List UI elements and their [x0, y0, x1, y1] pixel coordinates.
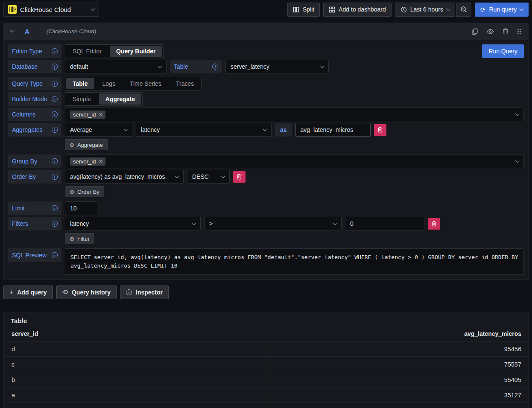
query-type-option-traces[interactable]: Traces — [170, 78, 200, 89]
remove-tag-icon[interactable]: ✕ — [99, 159, 102, 164]
info-icon[interactable]: i — [52, 81, 58, 87]
info-icon[interactable]: i — [52, 158, 58, 164]
info-icon[interactable]: i — [52, 111, 58, 117]
query-type-toggle: Table Logs Time Series Traces — [65, 77, 202, 90]
remove-query-trash-icon[interactable] — [503, 28, 509, 35]
inspector-button[interactable]: i Inspector — [120, 286, 169, 299]
database-label: Database i — [8, 60, 61, 73]
builder-mode-toggle: Simple Aggregate — [65, 92, 143, 106]
aggregate-column-select[interactable]: latency — [136, 123, 272, 137]
column-tag: server_id ✕ — [70, 111, 105, 119]
apps-icon — [329, 6, 335, 13]
add-aggregate-button[interactable]: ⊕ Aggregate — [65, 139, 108, 150]
table-row[interactable]: b 55405 — [4, 372, 528, 388]
builder-mode-option-simple[interactable]: Simple — [66, 93, 97, 105]
info-icon[interactable]: i — [52, 64, 58, 70]
add-to-dashboard-button[interactable]: Add to dashboard — [323, 3, 392, 17]
query-type-option-table[interactable]: Table — [66, 78, 94, 89]
run-query-toolbar-label: Run query — [489, 6, 517, 13]
query-history-button[interactable]: ⟲ Query history — [56, 286, 117, 299]
remove-order-by-button[interactable] — [233, 171, 246, 183]
builder-mode-label: Builder Mode i — [8, 92, 61, 106]
info-icon[interactable]: i — [52, 205, 58, 211]
query-row-header[interactable]: A (ClickHouse Cloud) — [4, 23, 528, 40]
panel-title: Table — [4, 312, 528, 330]
filters-label: Filters i — [8, 217, 61, 230]
editor-type-row: Editor Type i SQL Editor Query Builder — [8, 44, 524, 58]
table-row[interactable]: d 95456 — [4, 341, 528, 357]
run-query-panel-button[interactable]: Run Query — [482, 44, 524, 58]
split-icon — [293, 6, 299, 13]
column-header-server-id[interactable]: server_id — [12, 330, 266, 337]
add-filter-button[interactable]: ⊕ Filter — [65, 233, 94, 244]
filter-operator-select[interactable]: > — [204, 217, 342, 230]
info-icon[interactable]: i — [52, 48, 58, 54]
result-table-panel: Table server_id avg_latency_micros d 954… — [3, 312, 529, 408]
info-icon[interactable]: i — [52, 221, 58, 227]
editor-type-label: Editor Type i — [8, 44, 61, 58]
chevron-down-icon — [158, 64, 162, 68]
aggregate-alias-input[interactable]: avg_latency_micros — [295, 123, 371, 137]
column-header-avg-latency[interactable]: avg_latency_micros — [266, 330, 521, 337]
limit-row: Limit i 10 — [8, 201, 524, 215]
datasource-name: ClickHouse Cloud — [20, 6, 88, 13]
plus-circle-icon: ⊕ — [70, 142, 74, 148]
add-query-button[interactable]: + Add query — [3, 286, 53, 299]
database-table-row: Database i default Table i server_latenc… — [8, 60, 524, 73]
limit-input[interactable]: 10 — [65, 201, 97, 215]
chevron-down-icon — [263, 127, 267, 131]
split-button[interactable]: Split — [287, 3, 320, 17]
order-by-field-select[interactable]: avg(latency) as avg_latency_micros — [65, 170, 184, 184]
query-type-option-logs[interactable]: Logs — [96, 78, 122, 89]
chevron-down-icon — [221, 174, 225, 178]
trash-icon — [431, 221, 437, 227]
remove-filter-button[interactable] — [428, 218, 440, 230]
database-select[interactable]: default — [65, 60, 167, 73]
zoom-out-button[interactable] — [456, 3, 471, 17]
filter-value-input[interactable]: 0 — [345, 217, 424, 230]
chevron-down-icon — [320, 64, 324, 68]
table-row[interactable]: a 35127 — [4, 388, 528, 403]
hide-response-eye-icon[interactable] — [487, 29, 494, 34]
info-icon[interactable]: i — [52, 96, 58, 102]
chevron-down-icon — [124, 127, 128, 131]
chevron-down-icon — [446, 6, 450, 11]
collapse-chevron-icon[interactable] — [10, 29, 15, 33]
sql-preview-text: SELECT server_id, avg(latency) as avg_la… — [65, 248, 524, 275]
query-ref-id: A — [25, 28, 29, 35]
add-order-by-button[interactable]: ⊕ Order By — [65, 186, 104, 197]
info-icon[interactable]: i — [52, 127, 58, 133]
table-row[interactable]: c 75557 — [4, 357, 528, 372]
plus-circle-icon: ⊕ — [70, 189, 74, 195]
cell-server-id: d — [4, 341, 266, 356]
time-picker[interactable]: Last 6 hours — [395, 3, 455, 17]
editor-type-option-query-builder[interactable]: Query Builder — [110, 46, 162, 57]
remove-tag-icon[interactable]: ✕ — [99, 112, 102, 117]
explore-toolbar: ClickHouse Cloud Split Add to dashboard … — [0, 0, 532, 19]
add-to-dashboard-label: Add to dashboard — [339, 6, 386, 13]
cell-avg-latency: 75557 — [266, 357, 528, 372]
sync-icon: ⟳ — [480, 6, 486, 13]
sql-preview-label: SQL Preview i — [8, 248, 61, 262]
search-minus-icon — [460, 6, 467, 13]
run-query-toolbar-button[interactable]: ⟳ Run query — [475, 3, 529, 17]
group-by-tag: server_id ✕ — [70, 157, 105, 166]
info-icon[interactable]: i — [52, 174, 58, 180]
duplicate-query-icon[interactable] — [471, 28, 478, 35]
group-by-multiselect[interactable]: server_id ✕ — [65, 154, 524, 168]
aggregate-function-select[interactable]: Average — [65, 123, 132, 137]
drag-handle-icon[interactable] — [517, 28, 521, 35]
info-icon[interactable]: i — [212, 64, 218, 70]
query-type-option-time-series[interactable]: Time Series — [123, 78, 168, 89]
order-by-direction-select[interactable]: DESC — [187, 170, 230, 184]
builder-mode-option-aggregate[interactable]: Aggregate — [99, 93, 141, 105]
columns-label: Columns i — [8, 108, 61, 121]
editor-type-option-sql-editor[interactable]: SQL Editor — [66, 46, 108, 57]
datasource-picker[interactable]: ClickHouse Cloud — [3, 3, 99, 17]
remove-aggregate-button[interactable] — [374, 124, 386, 136]
table-select[interactable]: server_latency — [225, 60, 329, 73]
info-icon[interactable]: i — [52, 252, 58, 258]
group-by-label: Group By i — [8, 154, 61, 168]
columns-multiselect[interactable]: server_id ✕ — [65, 108, 524, 121]
filter-field-select[interactable]: latency — [65, 217, 201, 230]
